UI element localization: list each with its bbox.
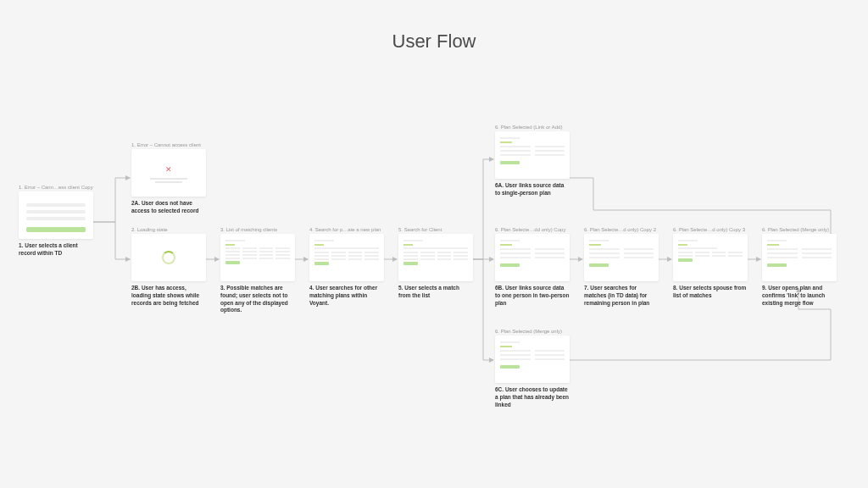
thumbnail	[495, 131, 570, 179]
frame-label: 6. Plan Selecte…dd only) Copy	[495, 227, 570, 232]
caption: 4. User searches for other matching plan…	[309, 285, 384, 307]
thumbnail: ✕	[131, 149, 206, 197]
flow-node-8[interactable]: 6. Plan Selecte…d only) Copy 3 8. User s…	[673, 227, 748, 300]
caption: 1. User selects a client record within T…	[19, 242, 93, 258]
thumbnail	[19, 191, 93, 239]
flow-node-2a[interactable]: 1. Error – Cannot access client ✕ 2A. Us…	[131, 142, 206, 215]
flow-node-9[interactable]: 6. Plan Selected (Merge only) 9. User op…	[762, 227, 837, 307]
flow-node-1[interactable]: 1. Error – Cann…ess client Copy 1. User …	[19, 185, 93, 258]
frame-label: 5. Search for Client	[398, 227, 473, 232]
frame-label: 6. Plan Selecte…d only) Copy 2	[584, 227, 659, 232]
flow-node-5[interactable]: 5. Search for Client 5. User selects a m…	[398, 227, 473, 300]
thumbnail	[131, 234, 206, 281]
caption: 7. User searches for matches (in TD data…	[584, 285, 659, 307]
frame-label: 6. Plan Selected (Merge only)	[762, 227, 837, 232]
spinner-icon	[162, 251, 175, 264]
frame-label: 4. Search for p…ate a new plan	[309, 227, 384, 232]
flow-node-7[interactable]: 6. Plan Selecte…d only) Copy 2 7. User s…	[584, 227, 659, 307]
thumbnail	[584, 234, 659, 281]
caption: 6C. User chooses to update a plan that h…	[495, 386, 570, 408]
thumbnail	[398, 234, 473, 281]
frame-label: 1. Error – Cannot access client	[131, 142, 206, 147]
thumbnail	[220, 234, 295, 281]
thumbnail	[495, 234, 570, 281]
caption: 2A. User does not have access to selecte…	[131, 200, 206, 215]
flow-node-6a[interactable]: 6. Plan Selected (Link or Add) 6A. User …	[495, 125, 570, 197]
frame-label: 6. Plan Selected (Link or Add)	[495, 125, 570, 130]
flow-node-4[interactable]: 4. Search for p…ate a new plan 4. User s…	[309, 227, 384, 307]
caption: 9. User opens plan and confirms 'link' t…	[762, 285, 837, 307]
flow-node-6b[interactable]: 6. Plan Selecte…dd only) Copy 6B. User l…	[495, 227, 570, 307]
thumbnail	[495, 336, 570, 383]
frame-label: 3. List of matching clients	[220, 227, 295, 232]
flow-canvas: 1. Error – Cann…ess client Copy 1. User …	[0, 0, 868, 488]
frame-label: 6. Plan Selected (Merge only)	[495, 329, 570, 334]
thumbnail	[673, 234, 748, 281]
caption: 8. User selects spouse from list of matc…	[673, 285, 748, 300]
flow-node-2b[interactable]: 2. Loading state 2B. User has access, lo…	[131, 227, 206, 307]
thumbnail	[309, 234, 384, 281]
error-icon: ✕	[165, 165, 172, 174]
caption: 3. Possible matches are found; user sele…	[220, 285, 295, 314]
flow-node-6c[interactable]: 6. Plan Selected (Merge only) 6C. User c…	[495, 329, 570, 408]
frame-label: 6. Plan Selecte…d only) Copy 3	[673, 227, 748, 232]
flow-node-3[interactable]: 3. List of matching clients 3. Possible …	[220, 227, 295, 314]
caption: 6A. User links source data to single-per…	[495, 182, 570, 197]
caption: 2B. User has access, loading state shows…	[131, 285, 206, 307]
caption: 6B. User links source data to one person…	[495, 285, 570, 307]
thumbnail	[762, 234, 837, 281]
frame-label: 1. Error – Cann…ess client Copy	[19, 185, 93, 190]
caption: 5. User selects a match from the list	[398, 285, 473, 300]
frame-label: 2. Loading state	[131, 227, 206, 232]
